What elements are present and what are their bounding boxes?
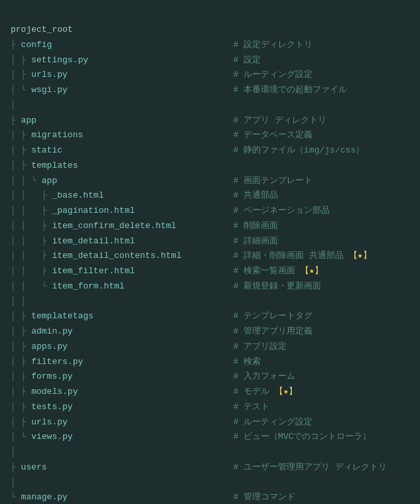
tree-line: │ │ ├ _pagination.html # ページネーション部品 xyxy=(11,204,409,219)
tree-line: ├ users # ユーザー管理用アプリ ディレクトリ xyxy=(11,460,409,475)
tree-line: │ ├ tests.py # テスト xyxy=(11,400,409,415)
tree-line: │ ├ models.py # モデル 【★】 xyxy=(11,385,409,400)
tree-line: │ │ ├ item_detail.html # 詳細画面 xyxy=(11,234,409,249)
tree-line: │ │ └ item_form.html # 新規登録・更新画面 xyxy=(11,279,409,294)
tree-line: │ ├ forms.py # 入力フォーム xyxy=(11,369,409,385)
tree-line: ├ config # 設定ディレクトリ xyxy=(11,38,409,53)
tree-line: │ ├ templates xyxy=(11,158,409,174)
tree-line: │ ├ filters.py # 検索 xyxy=(11,355,409,370)
file-tree: project_root├ config # 設定ディレクトリ│ ├ setti… xyxy=(11,8,409,504)
tree-line: │ │ ├ item_detail_contents.html # 詳細・削除画… xyxy=(11,249,409,264)
tree-line: │ ├ urls.py # ルーティング設定 xyxy=(11,68,409,83)
tree-line: └ manage.py # 管理コマンド xyxy=(11,490,409,504)
tree-line: project_root xyxy=(11,23,409,38)
tree-line: │ │ ├ _base.html # 共通部品 xyxy=(11,188,409,204)
tree-line: │ └ wsgi.py # 本番環境での起動ファイル xyxy=(11,83,409,98)
tree-line: │ ├ admin.py # 管理アプリ用定義 xyxy=(11,324,409,340)
tree-line: │ │ xyxy=(11,294,409,310)
tree-line: │ │ ├ item_filter.html # 検索一覧画面 【★】 xyxy=(11,264,409,279)
tree-line: │ ├ apps.py # アプリ設定 xyxy=(11,340,409,355)
tree-line: │ │ └ app # 画面テンプレート xyxy=(11,174,409,189)
tree-line: │ ├ settings.py # 設定 xyxy=(11,53,409,68)
tree-line: │ └ views.py # ビュー（MVCでのコントローラ） xyxy=(11,430,409,445)
tree-line: │ xyxy=(11,475,409,491)
tree-line: │ │ ├ item_confirm_delete.html # 削除画面 xyxy=(11,219,409,234)
tree-line: ├ app # アプリ ディレクトリ xyxy=(11,113,409,129)
tree-line: │ xyxy=(11,98,409,113)
tree-line: │ xyxy=(11,445,409,460)
tree-line: │ ├ migrations # データベース定義 xyxy=(11,128,409,143)
tree-line: │ ├ static # 静的ファイル（img/js/css） xyxy=(11,143,409,158)
tree-line: │ ├ templatetags # テンプレートタグ xyxy=(11,309,409,324)
tree-line: │ ├ urls.py # ルーティング設定 xyxy=(11,415,409,430)
